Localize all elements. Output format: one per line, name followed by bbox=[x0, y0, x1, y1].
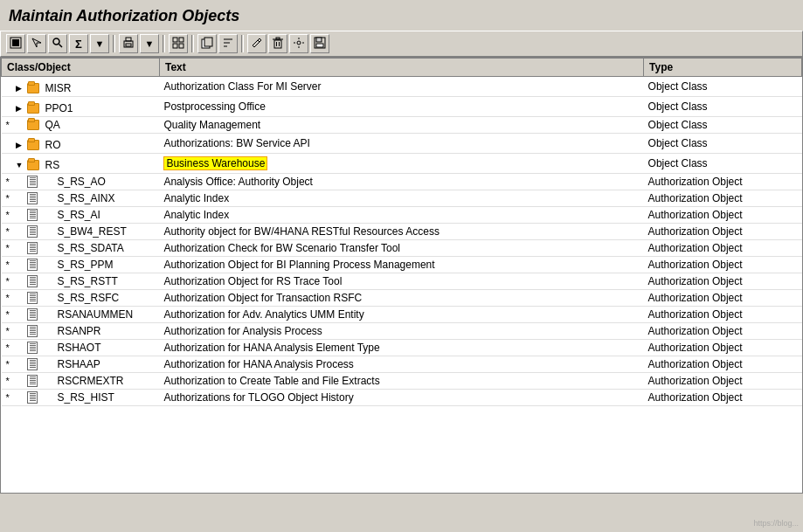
cell-text: Authorization Object for Transaction RSF… bbox=[159, 290, 643, 307]
class-object-name: RS bbox=[45, 159, 60, 171]
class-object-name: S_RS_RSFC bbox=[44, 292, 120, 304]
sort-button[interactable] bbox=[218, 34, 238, 53]
class-object-name: S_RS_AI bbox=[44, 209, 100, 221]
table-row[interactable]: ▶PPO1Postprocessing OfficeObject Class bbox=[2, 97, 802, 117]
row-marker: * bbox=[6, 259, 13, 270]
cell-type: Authorization Object bbox=[644, 224, 802, 240]
cell-type: Object Class bbox=[644, 77, 802, 97]
copy-icon bbox=[201, 37, 213, 51]
cell-class-object: * S_RS_RSTT bbox=[2, 273, 160, 290]
row-marker: * bbox=[6, 243, 13, 253]
copy-button[interactable] bbox=[197, 34, 217, 53]
table-row[interactable]: * RSCRMEXTRAuthorization to Create Table… bbox=[2, 373, 802, 390]
grid-icon bbox=[172, 37, 184, 51]
expand-arrow[interactable]: ▶ bbox=[16, 84, 24, 93]
dropdown-button[interactable]: ▼ bbox=[90, 34, 109, 53]
cell-class-object: * RSHAAP bbox=[2, 356, 160, 373]
table-row[interactable]: * S_RS_RSFCAuthorization Object for Tran… bbox=[2, 290, 802, 307]
doc-icon bbox=[27, 242, 38, 254]
row-marker: * bbox=[6, 276, 13, 287]
highlighted-text: Business Warehouse bbox=[163, 156, 267, 170]
cell-text: Authorization for HANA Analysis Process bbox=[159, 356, 643, 373]
main-table-container: Class/Object Text Type ▶MISRAuthorizatio… bbox=[0, 57, 803, 494]
cell-type: Authorization Object bbox=[644, 323, 802, 340]
row-marker: * bbox=[6, 392, 13, 403]
svg-rect-24 bbox=[316, 38, 322, 42]
table-row[interactable]: * S_RS_SDATAAuthorization Check for BW S… bbox=[2, 240, 802, 257]
grid-button[interactable] bbox=[169, 34, 188, 53]
config-button[interactable] bbox=[289, 34, 308, 53]
doc-icon bbox=[27, 209, 38, 221]
cell-class-object: * RSCRMEXTR bbox=[2, 373, 160, 390]
svg-rect-17 bbox=[274, 40, 281, 48]
cell-type: Authorization Object bbox=[644, 390, 802, 406]
row-marker: * bbox=[6, 309, 13, 320]
cell-class-object: ▶RO bbox=[2, 134, 160, 154]
cell-type: Object Class bbox=[644, 154, 802, 174]
select-button[interactable] bbox=[27, 34, 46, 53]
cell-text: Business Warehouse bbox=[159, 154, 643, 174]
table-row[interactable]: * RSANAUMMENAuthorization for Adv. Analy… bbox=[2, 307, 802, 323]
find-button[interactable] bbox=[48, 34, 67, 53]
table-header-row: Class/Object Text Type bbox=[2, 59, 802, 77]
select-all-button[interactable] bbox=[6, 34, 25, 53]
cell-class-object: * RSHAOT bbox=[2, 340, 160, 356]
cell-type: Authorization Object bbox=[644, 207, 802, 224]
class-object-name: MISR bbox=[45, 82, 72, 94]
table-row[interactable]: * S_RS_AINXAnalytic IndexAuthorization O… bbox=[2, 190, 802, 207]
header-class-object: Class/Object bbox=[2, 59, 160, 77]
table-row[interactable]: * S_RS_HISTAuthorizations for TLOGO Obje… bbox=[2, 390, 802, 406]
svg-rect-1 bbox=[12, 39, 19, 46]
class-object-name: QA bbox=[45, 119, 60, 131]
class-object-name: S_RS_AINX bbox=[44, 192, 115, 204]
print-dropdown-button[interactable]: ▼ bbox=[140, 34, 159, 53]
table-row[interactable]: * QAQuality ManagementObject Class bbox=[2, 117, 802, 134]
separator-3 bbox=[191, 35, 194, 52]
cell-type: Authorization Object bbox=[644, 174, 802, 190]
cell-type: Authorization Object bbox=[644, 290, 802, 307]
table-row[interactable]: * RSANPRAuthorization for Analysis Proce… bbox=[2, 323, 802, 340]
edit-button[interactable] bbox=[247, 34, 267, 53]
table-row[interactable]: * RSHAOTAuthorization for HANA Analysis … bbox=[2, 340, 802, 356]
table-row[interactable]: * RSHAAPAuthorization for HANA Analysis … bbox=[2, 356, 802, 373]
select-icon bbox=[31, 37, 43, 51]
save-button[interactable] bbox=[310, 34, 329, 53]
cell-text: Authorization Class For MI Server bbox=[159, 77, 643, 97]
table-row[interactable]: ▶MISRAuthorization Class For MI ServerOb… bbox=[2, 77, 802, 97]
cell-text: Authorization for Adv. Analytics UMM Ent… bbox=[159, 307, 643, 323]
cell-class-object: ▶PPO1 bbox=[2, 97, 160, 117]
table-row[interactable]: * S_RS_PPMAuthorization Object for BI Pl… bbox=[2, 257, 802, 273]
watermark: https://blog... bbox=[753, 519, 799, 528]
table-row[interactable]: * S_BW4_RESTAuthority object for BW/4HAN… bbox=[2, 224, 802, 240]
cell-text: Authorizations: BW Service API bbox=[159, 134, 643, 154]
expand-arrow[interactable]: ▼ bbox=[16, 161, 24, 169]
toolbar: Σ ▼ ▼ bbox=[0, 31, 803, 57]
table-row[interactable]: * S_RS_AIAnalytic IndexAuthorization Obj… bbox=[2, 207, 802, 224]
svg-rect-9 bbox=[179, 38, 183, 42]
svg-rect-10 bbox=[173, 44, 177, 48]
cell-class-object: * S_RS_AO bbox=[2, 174, 160, 190]
cell-type: Authorization Object bbox=[644, 190, 802, 207]
print-button[interactable] bbox=[119, 34, 138, 53]
expand-arrow[interactable]: ▶ bbox=[16, 104, 24, 113]
row-marker: * bbox=[6, 342, 13, 353]
separator-2 bbox=[163, 35, 165, 52]
expand-arrow[interactable]: ▶ bbox=[16, 141, 24, 149]
cell-text: Authorization for Analysis Process bbox=[159, 323, 643, 340]
table-row[interactable]: ▶ROAuthorizations: BW Service APIObject … bbox=[2, 134, 802, 154]
separator-4 bbox=[241, 35, 244, 52]
cell-class-object: * RSANAUMMEN bbox=[2, 307, 160, 323]
row-marker: * bbox=[6, 293, 13, 303]
sum-button[interactable]: Σ bbox=[69, 34, 88, 53]
delete-button[interactable] bbox=[268, 34, 287, 53]
table-row[interactable]: * S_RS_AOAnalysis Office: Authority Obje… bbox=[2, 174, 802, 190]
table-row[interactable]: * S_RS_RSTTAuthorization Object for RS T… bbox=[2, 273, 802, 290]
cell-class-object: * S_BW4_REST bbox=[2, 224, 160, 240]
doc-icon bbox=[27, 358, 38, 370]
cell-text: Quality Management bbox=[159, 117, 643, 134]
cell-type: Authorization Object bbox=[644, 257, 802, 273]
doc-icon bbox=[27, 375, 38, 387]
cell-type: Object Class bbox=[644, 97, 802, 117]
sum-icon: Σ bbox=[75, 38, 82, 51]
table-row[interactable]: ▼RSBusiness WarehouseObject Class bbox=[2, 154, 802, 174]
